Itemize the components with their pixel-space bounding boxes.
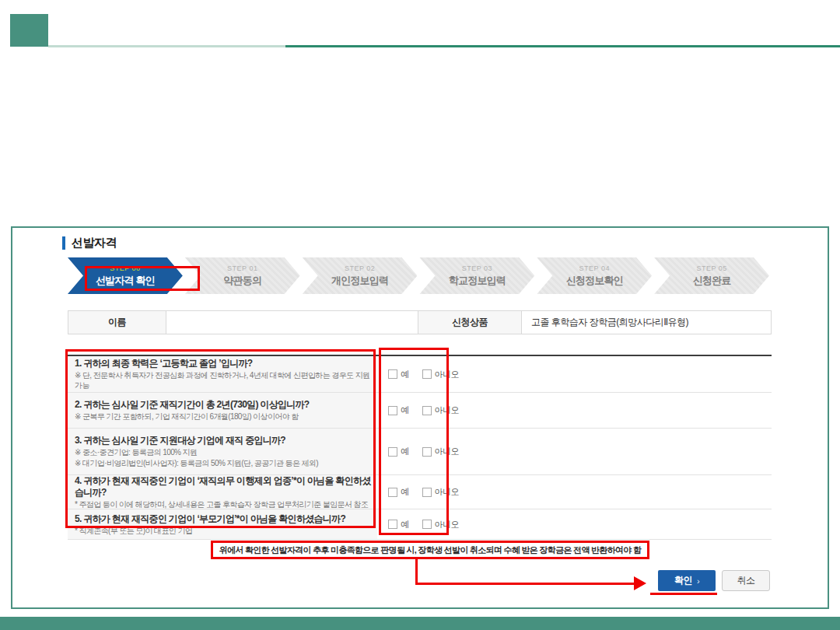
step-item-0: STEP 00선발자격 확인 (68, 257, 183, 294)
q4-checkbox-no[interactable]: 아니오 (422, 486, 460, 498)
chevron-right-icon: › (697, 576, 699, 586)
step-item-5: STEP 05신청완료 (654, 257, 769, 294)
question-row-1: 1. 귀하의 최종 학력은 ‘고등학교 졸업 ’입니까?※ 단, 전문학사 취득… (68, 356, 772, 393)
step-item-2: STEP 02개인정보입력 (303, 257, 418, 294)
applicant-info-table: 이름 신청상품 고졸 후학습자 장학금(희망사다리Ⅱ유형) (68, 310, 772, 334)
checkbox-label: 아니오 (435, 486, 460, 498)
checkbox-icon[interactable] (388, 447, 397, 457)
step-item-3: STEP 03학교정보입력 (419, 257, 534, 294)
step-label: 신청정보확인 (566, 274, 623, 288)
question-text: 4. 귀하가 현재 재직중인 기업이 ‘재직의무 이행제외 업종’*이 아님을 … (75, 475, 377, 499)
checkbox-label: 아니오 (435, 404, 460, 416)
q2-checkbox-no[interactable]: 아니오 (422, 404, 460, 416)
slide-divider-line (48, 45, 840, 47)
step-number: STEP 02 (345, 264, 375, 272)
question-text: 2. 귀하는 심사일 기준 재직기간이 총 2년(730일) 이상입니까? (75, 399, 377, 411)
question-cell-1: 1. 귀하의 최종 학력은 ‘고등학교 졸업 ’입니까?※ 단, 전문학사 취득… (68, 356, 377, 392)
question-note: ※ 중소·중견기업: 등록금의 100% 지원 (75, 447, 377, 457)
checkbox-icon[interactable] (422, 447, 432, 457)
section-title: 선발자격 (62, 236, 117, 250)
answer-group-5: 예아니오 (388, 509, 459, 539)
step-number: STEP 00 (110, 264, 140, 272)
q1-checkbox-no[interactable]: 아니오 (422, 369, 460, 380)
checkbox-label: 아니오 (435, 519, 460, 530)
question-text: 5. 귀하가 현재 재직중인 기업이 ‘부모기업’*이 아님을 확인하셨습니까? (75, 513, 377, 525)
checkbox-label: 아니오 (435, 369, 460, 380)
question-cell-4: 4. 귀하가 현재 재직중인 기업이 ‘재직의무 이행제외 업종’*이 아님을 … (68, 475, 377, 509)
checkbox-icon[interactable] (388, 488, 397, 497)
question-text: 1. 귀하의 최종 학력은 ‘고등학교 졸업 ’입니까? (75, 358, 377, 369)
slide-footer-bar (0, 617, 840, 630)
q4-checkbox-yes[interactable]: 예 (388, 486, 409, 498)
checkbox-icon[interactable] (388, 406, 397, 415)
checkbox-icon[interactable] (388, 520, 397, 529)
annotation-arrowhead-icon (634, 576, 646, 590)
question-row-4: 4. 귀하가 현재 재직중인 기업이 ‘재직의무 이행제외 업종’*이 아님을 … (68, 475, 772, 509)
checkbox-icon[interactable] (422, 369, 432, 379)
question-note: ※ 대기업·비영리법인(비사업자): 등록금의 50% 지원(단, 공공기관 등… (75, 458, 377, 468)
step-label: 신청완료 (693, 274, 731, 288)
name-label: 이름 (68, 311, 166, 334)
warning-note-text: 위에서 확인한 선발자격이 추후 미충족함으로 판명될 시, 장학생 선발이 취… (219, 544, 641, 556)
step-label: 선발자격 확인 (96, 274, 155, 288)
step-number: STEP 03 (462, 264, 492, 272)
question-cell-2: 2. 귀하는 심사일 기준 재직기간이 총 2년(730일) 이상입니까?※ 군… (68, 393, 377, 428)
annotation-underline-confirm (650, 593, 717, 595)
checkbox-label: 예 (401, 446, 409, 457)
q3-checkbox-yes[interactable]: 예 (388, 446, 409, 457)
step-label: 학교정보입력 (449, 274, 506, 288)
name-value (166, 311, 418, 334)
section-title-text: 선발자격 (72, 236, 117, 250)
checkbox-icon[interactable] (422, 406, 432, 415)
title-accent-bar (62, 236, 65, 250)
slide-accent-square (10, 14, 48, 47)
q5-checkbox-yes[interactable]: 예 (388, 519, 409, 530)
checkbox-icon[interactable] (422, 520, 432, 529)
question-text: 3. 귀하는 심사일 기준 지원대상 기업에 재직 중입니까? (75, 435, 377, 446)
q5-checkbox-no[interactable]: 아니오 (422, 519, 460, 530)
answer-group-4: 예아니오 (388, 475, 459, 509)
product-value: 고졸 후학습자 장학금(희망사다리Ⅱ유형) (522, 311, 771, 334)
cancel-button[interactable]: 취소 (722, 570, 770, 591)
eligibility-question-table: 1. 귀하의 최종 학력은 ‘고등학교 졸업 ’입니까?※ 단, 전문학사 취득… (68, 355, 772, 540)
question-cell-5: 5. 귀하가 현재 재직중인 기업이 ‘부모기업’*이 아님을 확인하셨습니까?… (68, 509, 377, 539)
checkbox-label: 아니오 (435, 446, 460, 457)
question-row-2: 2. 귀하는 심사일 기준 재직기간이 총 2년(730일) 이상입니까?※ 군… (68, 393, 772, 429)
annotation-arrow-vertical-line (415, 559, 418, 585)
product-label: 신청상품 (418, 311, 521, 334)
q2-checkbox-yes[interactable]: 예 (388, 404, 409, 416)
question-cell-3: 3. 귀하는 심사일 기준 지원대상 기업에 재직 중입니까?※ 중소·중견기업… (68, 429, 377, 474)
answer-group-3: 예아니오 (388, 429, 459, 474)
question-note: * 직계존속(부 또는 모)이 대표인 기업 (75, 526, 377, 536)
checkbox-label: 예 (401, 519, 409, 530)
checkbox-icon[interactable] (388, 369, 397, 379)
q3-checkbox-no[interactable]: 아니오 (422, 446, 460, 457)
step-progress-bar: STEP 00선발자격 확인STEP 01약관동의STEP 02개인정보입력ST… (68, 257, 772, 294)
application-panel: 선발자격 STEP 00선발자격 확인STEP 01약관동의STEP 02개인정… (11, 226, 829, 609)
checkbox-label: 예 (401, 486, 409, 498)
step-label: 약관동의 (223, 274, 261, 288)
step-label: 개인정보입력 (331, 274, 388, 288)
confirm-button[interactable]: 확인 › (658, 570, 716, 591)
question-row-3: 3. 귀하는 심사일 기준 지원대상 기업에 재직 중입니까?※ 중소·중견기업… (68, 429, 772, 475)
question-row-5: 5. 귀하가 현재 재직중인 기업이 ‘부모기업’*이 아님을 확인하셨습니까?… (68, 509, 772, 540)
question-note: * 주점업 등이 이에 해당하며, 상세내용은 고졸 후학습자 장학금 업무처리… (75, 499, 377, 509)
step-item-1: STEP 01약관동의 (185, 257, 300, 294)
question-note: ※ 단, 전문학사 취득자가 전공심화 과정에 진학하거나, 4년제 대학에 신… (75, 370, 377, 390)
q1-checkbox-yes[interactable]: 예 (388, 369, 409, 380)
confirm-button-label: 확인 (674, 574, 692, 587)
annotation-arrow-horizontal-line (415, 583, 635, 585)
answer-group-2: 예아니오 (388, 393, 459, 428)
step-number: STEP 05 (696, 264, 726, 272)
step-item-4: STEP 04신청정보확인 (537, 257, 652, 294)
step-number: STEP 01 (227, 264, 257, 272)
answer-group-1: 예아니오 (388, 356, 459, 392)
checkbox-icon[interactable] (422, 488, 432, 497)
checkbox-label: 예 (401, 369, 409, 380)
checkbox-label: 예 (401, 404, 409, 416)
question-note: ※ 군복무 기간 포함하되, 기업 재직기간이 6개월(180일) 이상이어야 … (75, 411, 377, 422)
step-number: STEP 04 (579, 264, 610, 272)
warning-note-box: 위에서 확인한 선발자격이 추후 미충족함으로 판명될 시, 장학생 선발이 취… (211, 541, 649, 559)
